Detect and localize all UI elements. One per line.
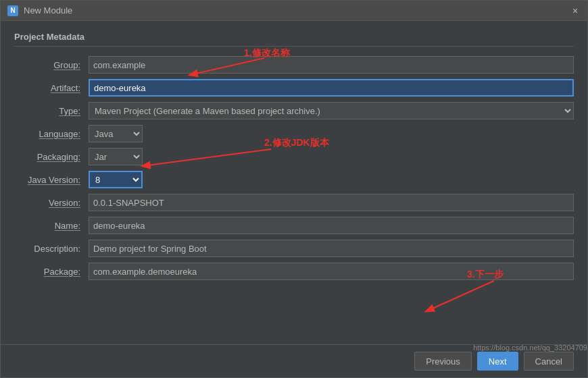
package-row: Package: xyxy=(14,263,574,280)
artifact-row: Artifact: xyxy=(14,79,574,97)
description-label: Description: xyxy=(14,244,89,254)
artifact-label: Artifact: xyxy=(14,83,89,93)
title-bar-left: N New Module xyxy=(7,5,72,16)
java-version-label: Java Version: xyxy=(14,175,89,185)
version-input[interactable] xyxy=(89,194,574,211)
group-input[interactable] xyxy=(89,56,574,74)
packaging-select[interactable]: Jar War xyxy=(89,148,143,165)
language-select[interactable]: Java Kotlin Groovy xyxy=(89,125,143,142)
window-title: New Module xyxy=(24,5,72,16)
close-button[interactable]: × xyxy=(570,5,581,16)
description-input[interactable] xyxy=(89,240,574,257)
previous-button[interactable]: Previous xyxy=(414,352,472,371)
group-row: Group: xyxy=(14,56,574,74)
footer: https://blog.csdn.net/qq_33204709 Previo… xyxy=(1,344,587,377)
name-input[interactable] xyxy=(89,217,574,234)
main-content: Project Metadata Group: Artifact: Type: … xyxy=(1,21,587,344)
packaging-row: Packaging: Jar War xyxy=(14,148,574,165)
language-label: Language: xyxy=(14,129,89,139)
section-title: Project Metadata xyxy=(14,32,574,47)
app-icon: N xyxy=(7,5,18,16)
artifact-input[interactable] xyxy=(89,79,574,97)
java-version-row: Java Version: 8 11 17 21 xyxy=(14,171,574,188)
type-select[interactable]: Maven Project (Generate a Maven based pr… xyxy=(89,102,574,119)
watermark: https://blog.csdn.net/qq_33204709 xyxy=(473,344,587,352)
type-row: Type: Maven Project (Generate a Maven ba… xyxy=(14,102,574,119)
packaging-label: Packaging: xyxy=(14,152,89,162)
next-button[interactable]: Next xyxy=(477,352,518,371)
title-bar: N New Module × xyxy=(1,1,587,21)
svg-line-5 xyxy=(426,281,494,311)
version-row: Version: xyxy=(14,194,574,211)
new-module-window: N New Module × Project Metadata Group: A… xyxy=(0,0,588,378)
type-label: Type: xyxy=(14,106,89,116)
version-label: Version: xyxy=(14,198,89,208)
cancel-button[interactable]: Cancel xyxy=(524,352,574,371)
name-row: Name: xyxy=(14,217,574,234)
group-label: Group: xyxy=(14,60,89,70)
language-row: Language: Java Kotlin Groovy xyxy=(14,125,574,142)
package-label: Package: xyxy=(14,267,89,277)
java-version-select[interactable]: 8 11 17 21 xyxy=(89,171,143,188)
package-input[interactable] xyxy=(89,263,574,280)
description-row: Description: xyxy=(14,240,574,257)
name-label: Name: xyxy=(14,221,89,231)
